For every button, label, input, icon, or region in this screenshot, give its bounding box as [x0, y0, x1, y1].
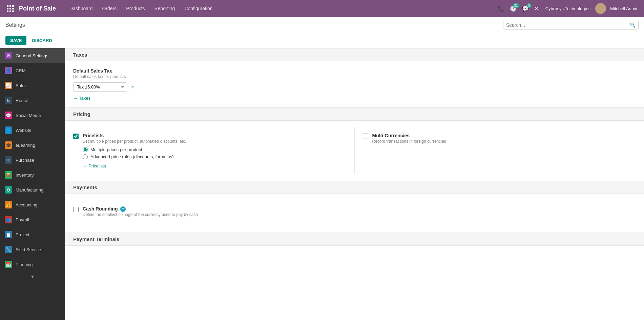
pricelists-desc: Set multiple prices per product, automat…: [83, 139, 186, 144]
cash-rounding-checkbox[interactable]: [73, 207, 79, 212]
pricelists-arrow-icon: →: [83, 163, 87, 168]
topnav-right: 📞 🕐31 💬9 ✕ Cybrosys Technologies Mitchel…: [496, 3, 639, 14]
action-bar: SAVE DISCARD: [0, 33, 644, 48]
social-icon: 💬: [5, 112, 12, 119]
radio-advanced-price[interactable]: Advanced price rules (discounts, formula…: [83, 154, 186, 159]
sidebar-item-sales[interactable]: 📈 Sales: [0, 78, 65, 93]
sidebar-label-payroll: Payroll: [16, 217, 29, 222]
discard-button[interactable]: DISCARD: [29, 36, 55, 45]
tax-select-row: Tax 15.00% ↗: [73, 82, 636, 92]
svg-point-1: [597, 10, 604, 14]
multicurrencies-col: Multi-Currencies Record transactions in …: [355, 127, 636, 174]
nav-configuration[interactable]: Configuration: [180, 4, 216, 13]
cash-rounding-help-icon[interactable]: ?: [120, 206, 126, 212]
radio-advanced-input[interactable]: [83, 154, 88, 159]
multicurrencies-details: Multi-Currencies Record transactions in …: [372, 133, 446, 168]
taxes-link-label: Taxes: [79, 96, 90, 101]
taxes-arrow-icon: →: [73, 96, 78, 101]
sidebar-item-planning[interactable]: 📅 Planning: [0, 257, 65, 272]
nav-orders[interactable]: Orders: [98, 4, 121, 13]
sidebar-item-crm[interactable]: 👤 CRM: [0, 63, 65, 78]
multicurrencies-label: Multi-Currencies: [372, 133, 446, 138]
sidebar-label-crm: CRM: [16, 68, 26, 73]
sidebar-item-manufacturing[interactable]: ⚙ Manufacturing: [0, 182, 65, 197]
sidebar-label-sales: Sales: [16, 83, 27, 88]
nav-reporting[interactable]: Reporting: [150, 4, 179, 13]
sidebar-label-purchase: Purchase: [16, 158, 34, 163]
sidebar-item-rental[interactable]: 🖥 Rental: [0, 93, 65, 108]
sidebar-label-field-service: Field Service: [16, 247, 41, 252]
sidebar-scroll-down[interactable]: ▼: [0, 272, 65, 281]
chat-badge: 9: [527, 3, 532, 8]
sidebar-item-social-media[interactable]: 💬 Social Media: [0, 108, 65, 123]
taxes-section-body: Default Sales Tax Default sales tax for …: [65, 61, 644, 107]
pricelists-link[interactable]: → Pricelists: [83, 163, 186, 168]
pricelists-details: Pricelists Set multiple prices per produ…: [83, 133, 186, 168]
website-icon: 🌐: [5, 126, 12, 134]
radio-multiple-prices[interactable]: Multiple prices per product: [83, 147, 186, 152]
cash-rounding-checkbox-area: [73, 207, 79, 220]
sidebar-label-rental: Rental: [16, 98, 28, 103]
main-layout: ⚙ General Settings 👤 CRM 📈 Sales 🖥 Renta…: [0, 48, 644, 320]
nav-dashboard[interactable]: Dashboard: [65, 4, 97, 13]
pricelists-radio-group: Multiple prices per product Advanced pri…: [83, 147, 186, 159]
secondary-bar: Settings 🔍: [0, 17, 644, 33]
sidebar-item-inventory[interactable]: 📦 Inventory: [0, 167, 65, 182]
payments-section-header: Payments: [65, 181, 644, 194]
sidebar-label-social-media: Social Media: [16, 113, 41, 118]
payments-section-body: Cash Rounding ? Define the smallest coin…: [65, 194, 644, 233]
nav-products[interactable]: Products: [122, 4, 149, 13]
sidebar-item-elearning[interactable]: 🎓 eLearning: [0, 138, 65, 153]
sidebar-item-website[interactable]: 🌐 Website: [0, 123, 65, 138]
close-icon[interactable]: ✕: [533, 4, 540, 13]
payment-terminals-section-body: [65, 246, 644, 266]
planning-icon: 📅: [5, 261, 12, 268]
grid-menu-icon[interactable]: [5, 4, 15, 13]
multicurrencies-desc: Record transactions in foreign currencie…: [372, 139, 446, 144]
pricelists-checkbox-area: [73, 134, 79, 168]
search-input[interactable]: [506, 22, 630, 28]
taxes-section-header: Taxes: [65, 48, 644, 61]
sidebar-label-elearning: eLearning: [16, 143, 35, 148]
sidebar-item-general-settings[interactable]: ⚙ General Settings: [0, 48, 65, 63]
chat-icon[interactable]: 💬9: [521, 4, 530, 13]
inventory-icon: 📦: [5, 171, 12, 179]
tax-select[interactable]: Tax 15.00%: [73, 82, 127, 92]
fieldservice-icon: 🔧: [5, 246, 12, 253]
page-title: Settings: [5, 22, 503, 28]
sidebar-item-field-service[interactable]: 🔧 Field Service: [0, 242, 65, 257]
search-bar: 🔍: [503, 21, 639, 29]
radio-multiple-input[interactable]: [83, 147, 88, 152]
pricing-grid: Pricelists Set multiple prices per produ…: [73, 127, 636, 174]
svg-point-0: [599, 5, 603, 9]
manufacturing-icon: ⚙: [5, 186, 12, 194]
avatar[interactable]: [595, 3, 606, 14]
pricing-section-header: Pricing: [65, 107, 644, 121]
default-sales-tax-label: Default Sales Tax: [73, 68, 636, 74]
cash-rounding-details: Cash Rounding ? Define the smallest coin…: [83, 206, 198, 220]
gear-icon: ⚙: [5, 52, 12, 59]
sidebar-item-payroll[interactable]: 👥 Payroll: [0, 212, 65, 227]
pricelists-label: Pricelists: [83, 133, 186, 138]
radio-advanced-label: Advanced price rules (discounts, formula…: [90, 154, 174, 159]
default-sales-tax-desc: Default sales tax for products: [73, 74, 636, 79]
project-icon: 📋: [5, 231, 12, 238]
sidebar-label-inventory: Inventory: [16, 173, 34, 178]
sidebar-label-accounting: Accounting: [16, 202, 37, 207]
sidebar-item-accounting[interactable]: 💰 Accounting: [0, 197, 65, 212]
crm-icon: 👤: [5, 67, 12, 74]
clock-badge: 31: [513, 3, 519, 8]
rental-icon: 🖥: [5, 97, 12, 104]
phone-icon[interactable]: 📞: [496, 4, 506, 13]
sidebar-item-purchase[interactable]: 🛒 Purchase: [0, 153, 65, 167]
pricelists-checkbox[interactable]: [73, 134, 79, 139]
accounting-icon: 💰: [5, 201, 12, 208]
clock-icon[interactable]: 🕐31: [508, 4, 518, 13]
sidebar-item-project[interactable]: 📋 Project: [0, 227, 65, 242]
company-name: Cybrosys Technologies: [545, 6, 590, 11]
payment-terminals-section-header: Payment Terminals: [65, 233, 644, 246]
taxes-link[interactable]: → Taxes: [73, 96, 636, 101]
external-link-icon[interactable]: ↗: [130, 84, 134, 90]
save-button[interactable]: SAVE: [5, 36, 26, 45]
multicurrencies-checkbox[interactable]: [363, 134, 368, 139]
